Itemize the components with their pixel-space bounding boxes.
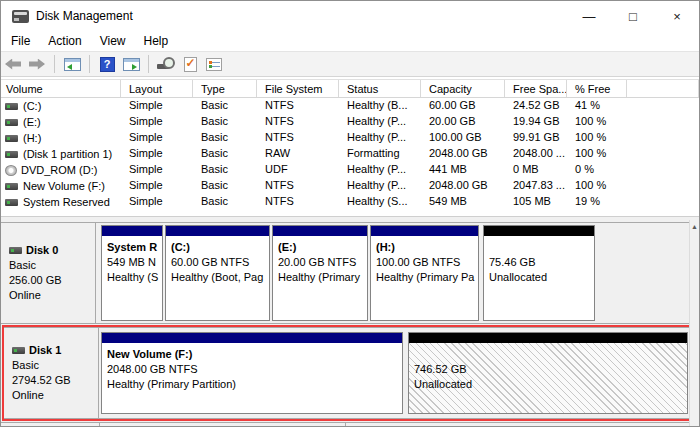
- scroll-up-icon[interactable]: ▲: [690, 220, 699, 234]
- toolbar-separator: [148, 55, 149, 73]
- toolbar: ? ✓: [1, 51, 699, 77]
- back-icon[interactable]: [1, 53, 25, 75]
- disk-status: Online: [12, 388, 98, 403]
- table-row[interactable]: (E:) Simple Basic NTFS Healthy (P... 20.…: [1, 114, 699, 130]
- layout-cell: Simple: [121, 98, 193, 114]
- table-row[interactable]: (Disk 1 partition 1) Simple Basic RAW Fo…: [1, 146, 699, 162]
- type-cell: Basic: [193, 146, 257, 162]
- disk-name: Disk 1: [29, 343, 61, 358]
- capacity-cell: 100.00 GB: [421, 130, 505, 146]
- partition-unallocated-disk1[interactable]: 746.52 GB Unallocated: [408, 332, 688, 414]
- partition-new-volume-f[interactable]: New Volume (F:) 2048.00 GB NTFS Healthy …: [101, 332, 403, 414]
- column-header-file-system[interactable]: File System: [257, 80, 339, 97]
- disk-kind: Basic: [9, 258, 95, 273]
- partition-size: 746.52 GB: [414, 362, 682, 377]
- app-disk-icon: [12, 10, 29, 23]
- partition-size: 2048.00 GB NTFS: [107, 362, 397, 377]
- show-console-tree-icon[interactable]: [60, 53, 84, 75]
- volume-list-header: Volume Layout Type File System Status Ca…: [1, 79, 699, 98]
- menu-help[interactable]: Help: [135, 32, 178, 50]
- type-cell: Basic: [193, 130, 257, 146]
- disk1-label[interactable]: Disk 1 Basic 2794.52 GB Online: [4, 328, 99, 418]
- partition-status: Healthy (Primary: [278, 270, 362, 285]
- partition-size: 549 MB N: [107, 255, 157, 270]
- column-header-type[interactable]: Type: [193, 80, 257, 97]
- capacity-cell: 60.00 GB: [421, 98, 505, 114]
- free-space-cell: 105 MB: [505, 194, 567, 210]
- disk-icon: [12, 347, 25, 354]
- table-row[interactable]: System Reserved Simple Basic NTFS Health…: [1, 194, 699, 210]
- next-disk-row-edge: [1, 422, 691, 427]
- file-system-cell: NTFS: [257, 130, 339, 146]
- partition-color-bar: [166, 226, 269, 236]
- partition-h[interactable]: (H:) 100.00 GB NTFS Healthy (Primary Pa: [370, 225, 479, 321]
- column-header-layout[interactable]: Layout: [121, 80, 193, 97]
- menu-view[interactable]: View: [91, 32, 135, 50]
- properties-list-icon[interactable]: [202, 53, 226, 75]
- partition-system-reserved[interactable]: System R 549 MB N Healthy (S: [101, 225, 163, 321]
- table-row[interactable]: New Volume (F:) Simple Basic NTFS Health…: [1, 178, 699, 194]
- drive-icon: [5, 103, 18, 110]
- disk-management-window: Disk Management — □ × File Action View H…: [0, 0, 700, 427]
- layout-cell: Simple: [121, 162, 193, 178]
- table-row[interactable]: (H:) Simple Basic NTFS Healthy (P... 100…: [1, 130, 699, 146]
- volume-name: DVD_ROM (D:): [21, 164, 97, 176]
- volume-name: (Disk 1 partition 1): [23, 148, 112, 160]
- disk-size: 256.00 GB: [9, 273, 95, 288]
- free-space-cell: 0 MB: [505, 162, 567, 178]
- disk-name: Disk 0: [26, 243, 58, 258]
- column-header-pct-free[interactable]: % Free: [567, 80, 627, 97]
- vertical-scrollbar[interactable]: ▲: [689, 220, 699, 426]
- window-title: Disk Management: [36, 9, 133, 23]
- help-icon[interactable]: ?: [95, 53, 119, 75]
- column-header-free-space[interactable]: Free Spa...: [505, 80, 567, 97]
- partition-c[interactable]: (C:) 60.00 GB NTFS Healthy (Boot, Pag: [165, 225, 270, 321]
- rescan-disks-icon[interactable]: [154, 53, 178, 75]
- layout-cell: Simple: [121, 146, 193, 162]
- table-row[interactable]: DVD_ROM (D:) Simple Basic UDF Healthy (P…: [1, 162, 699, 178]
- partition-e[interactable]: (E:) 20.00 GB NTFS Healthy (Primary: [272, 225, 368, 321]
- menu-file[interactable]: File: [1, 32, 39, 50]
- disk-status: Online: [9, 288, 95, 303]
- table-row[interactable]: (C:) Simple Basic NTFS Healthy (B... 60.…: [1, 98, 699, 114]
- highlight-rectangle: Disk 1 Basic 2794.52 GB Online New Volum…: [2, 325, 697, 421]
- type-cell: Basic: [193, 114, 257, 130]
- status-cell: Healthy (P...: [339, 114, 421, 130]
- menu-bar: File Action View Help: [1, 31, 699, 51]
- column-header-volume[interactable]: Volume: [1, 80, 121, 97]
- partition-status: Healthy (S: [107, 270, 157, 285]
- file-system-cell: RAW: [257, 146, 339, 162]
- disk1-row: Disk 1 Basic 2794.52 GB Online New Volum…: [4, 327, 695, 419]
- partition-name: (E:): [278, 240, 362, 255]
- partition-color-bar: [102, 226, 162, 236]
- check-document-icon[interactable]: ✓: [178, 53, 202, 75]
- capacity-cell: 549 MB: [421, 194, 505, 210]
- disk0-label[interactable]: Disk 0 Basic 256.00 GB Online: [1, 223, 96, 323]
- capacity-cell: 441 MB: [421, 162, 505, 178]
- layout-cell: Simple: [121, 114, 193, 130]
- menu-action[interactable]: Action: [39, 32, 90, 50]
- free-space-cell: 2047.83 ...: [505, 178, 567, 194]
- partition-size: 100.00 GB NTFS: [376, 255, 473, 270]
- disk-graphic-panel: Disk 0 Basic 256.00 GB Online System R 5…: [1, 216, 699, 426]
- partition-size: 60.00 GB NTFS: [171, 255, 264, 270]
- pct-free-cell: 100 %: [567, 146, 627, 162]
- partition-status: Healthy (Primary Partition): [107, 377, 397, 392]
- file-system-cell: NTFS: [257, 114, 339, 130]
- layout-cell: Simple: [121, 194, 193, 210]
- partition-name: [414, 347, 682, 362]
- forward-icon[interactable]: [25, 53, 49, 75]
- close-button[interactable]: ×: [655, 1, 699, 31]
- volume-name: (C:): [23, 100, 41, 112]
- maximize-button[interactable]: □: [611, 1, 655, 31]
- show-action-pane-icon[interactable]: [119, 53, 143, 75]
- toolbar-separator: [89, 55, 90, 73]
- partition-unallocated-disk0[interactable]: 75.46 GB Unallocated: [483, 225, 595, 321]
- column-header-status[interactable]: Status: [339, 80, 421, 97]
- minimize-button[interactable]: —: [567, 1, 611, 31]
- column-header-capacity[interactable]: Capacity: [421, 80, 505, 97]
- title-bar: Disk Management — □ ×: [1, 1, 699, 31]
- partition-status: Unallocated: [489, 270, 589, 285]
- partition-color-bar: [102, 333, 402, 343]
- volume-name: (H:): [23, 132, 41, 144]
